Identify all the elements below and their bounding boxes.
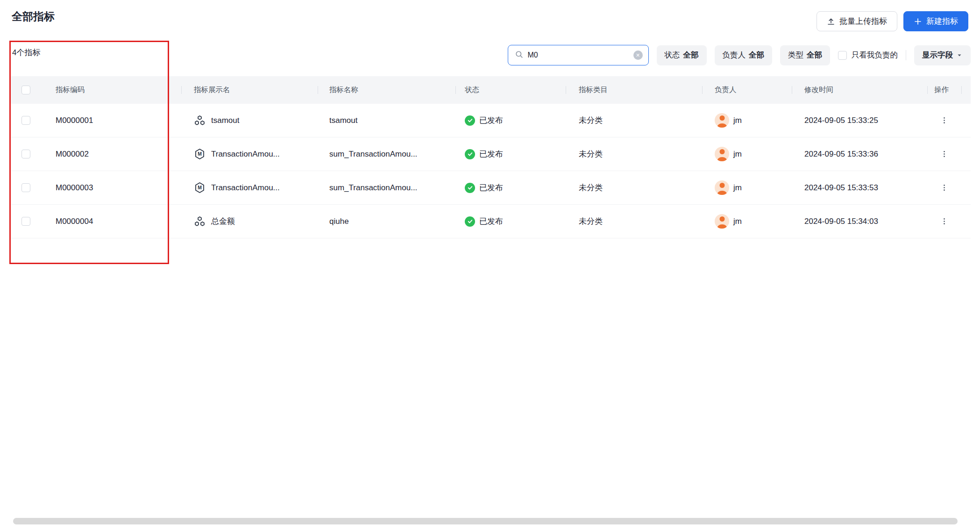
published-check-icon [465, 149, 475, 159]
metric-count-label: 4个指标 [12, 47, 40, 58]
published-check-icon [465, 115, 475, 126]
chevron-down-icon [956, 52, 963, 58]
status-filter-chip[interactable]: 状态 全部 [657, 45, 707, 65]
owner-name: jm [733, 150, 742, 159]
status-filter-value: 全部 [683, 50, 699, 60]
composite-metric-icon [194, 215, 206, 227]
avatar [715, 214, 729, 229]
display-name-cell: M TransactionAmou... [181, 171, 318, 204]
code-cell: M0000001 [9, 104, 181, 137]
only-mine-checkbox-group[interactable]: 只看我负责的 [838, 50, 898, 60]
metric-code: M0000003 [56, 183, 93, 193]
code-cell: M0000004 [9, 205, 181, 238]
metrics-page: 全部指标 批量上传指标 新建指标 4个指标 [0, 0, 980, 531]
create-metric-button[interactable]: 新建指标 [903, 11, 968, 31]
kebab-menu-icon[interactable] [936, 180, 952, 196]
owner-name: jm [733, 217, 742, 226]
owner-name: jm [733, 183, 742, 193]
metric-name: sum_TransactionAmou... [318, 137, 455, 171]
metric-name: tsamout [318, 104, 455, 137]
row-checkbox[interactable] [21, 183, 30, 192]
horizontal-scrollbar[interactable] [13, 518, 958, 524]
modified-time: 2024-09-05 15:33:36 [792, 137, 927, 171]
category-cell: 未分类 [566, 104, 702, 137]
upload-icon [827, 17, 835, 26]
header-modified: 修改时间 [792, 76, 927, 104]
display-fields-dropdown[interactable]: 显示字段 [914, 45, 971, 65]
metric-code: M0000001 [56, 116, 93, 125]
owner-cell: jm [702, 171, 792, 204]
header-name: 指标名称 [318, 76, 455, 104]
kebab-menu-icon[interactable] [936, 214, 952, 230]
metric-code: M000002 [56, 150, 89, 159]
header-actions: 操作 [927, 76, 971, 104]
display-name-cell: M tsamout [181, 104, 318, 137]
display-name-cell: M 总金额 [181, 205, 318, 238]
published-check-icon [465, 216, 475, 227]
status-filter-label: 状态 [665, 50, 680, 60]
only-mine-label: 只看我负责的 [852, 50, 898, 60]
metric-display-name[interactable]: TransactionAmou... [211, 150, 280, 159]
owner-filter-chip[interactable]: 负责人 全部 [715, 45, 773, 65]
owner-filter-label: 负责人 [723, 50, 746, 60]
header-owner: 负责人 [702, 76, 792, 104]
search-input[interactable] [528, 51, 633, 59]
display-fields-label: 显示字段 [922, 50, 953, 60]
create-metric-label: 新建指标 [926, 16, 958, 27]
modified-time: 2024-09-05 15:33:53 [792, 171, 927, 204]
plus-icon [914, 17, 922, 26]
status-badge: 已发布 [479, 115, 503, 126]
svg-text:M: M [198, 185, 202, 190]
type-filter-value: 全部 [807, 50, 822, 60]
owner-cell: jm [702, 137, 792, 171]
kebab-menu-icon[interactable] [936, 113, 952, 129]
svg-text:M: M [198, 151, 202, 157]
owner-cell: jm [702, 104, 792, 137]
owner-cell: jm [702, 205, 792, 238]
type-filter-label: 类型 [788, 50, 803, 60]
header-display-name: 指标展示名 [181, 76, 318, 104]
header-code: 指标编码 [9, 76, 181, 104]
status-cell: 已发布 [455, 205, 566, 238]
avatar [715, 113, 729, 128]
actions-cell [927, 137, 971, 171]
header-category: 指标类目 [566, 76, 702, 104]
filter-bar: ✕ 状态 全部 负责人 全部 类型 全部 只看我负责的 显示字段 [508, 45, 971, 65]
atomic-metric-icon: M [194, 148, 206, 160]
metrics-table: 指标编码 指标展示名 指标名称 状态 指标类目 负责人 修改时间 操作 M000… [9, 76, 971, 238]
metric-display-name[interactable]: tsamout [211, 116, 239, 125]
table-row[interactable]: M0000001 M tsamout ts [9, 104, 971, 137]
table-header: 指标编码 指标展示名 指标名称 状态 指标类目 负责人 修改时间 操作 [9, 76, 971, 104]
owner-name: jm [733, 116, 742, 125]
table-row[interactable]: M0000004 M 总金额 qiuhe [9, 205, 971, 238]
metric-display-name[interactable]: 总金额 [211, 216, 235, 227]
header-status: 状态 [455, 76, 566, 104]
table-body: M0000001 M tsamout ts [9, 104, 971, 238]
table-row[interactable]: M0000003 M TransactionAmou... [9, 171, 971, 205]
batch-upload-button[interactable]: 批量上传指标 [817, 11, 897, 31]
row-checkbox[interactable] [21, 116, 30, 125]
clear-search-icon[interactable]: ✕ [633, 50, 643, 60]
status-cell: 已发布 [455, 137, 566, 171]
type-filter-chip[interactable]: 类型 全部 [780, 45, 830, 65]
search-box[interactable]: ✕ [508, 45, 649, 65]
composite-metric-icon [194, 115, 206, 126]
metric-name: sum_TransactionAmou... [318, 171, 455, 204]
status-badge: 已发布 [479, 216, 503, 227]
filter-divider [906, 50, 906, 60]
atomic-metric-icon: M [194, 182, 206, 194]
metric-display-name[interactable]: TransactionAmou... [211, 183, 280, 193]
select-all-checkbox[interactable] [21, 86, 30, 94]
only-mine-checkbox[interactable] [838, 51, 847, 60]
batch-upload-label: 批量上传指标 [839, 16, 887, 27]
code-cell: M0000003 [9, 171, 181, 204]
actions-cell [927, 171, 971, 204]
row-checkbox[interactable] [21, 217, 30, 226]
display-name-cell: M TransactionAmou... [181, 137, 318, 171]
table-row[interactable]: M000002 M TransactionAmou... [9, 137, 971, 171]
row-checkbox[interactable] [21, 150, 30, 158]
avatar [715, 147, 729, 161]
kebab-menu-icon[interactable] [936, 146, 952, 162]
category-cell: 未分类 [566, 205, 702, 238]
status-cell: 已发布 [455, 171, 566, 204]
